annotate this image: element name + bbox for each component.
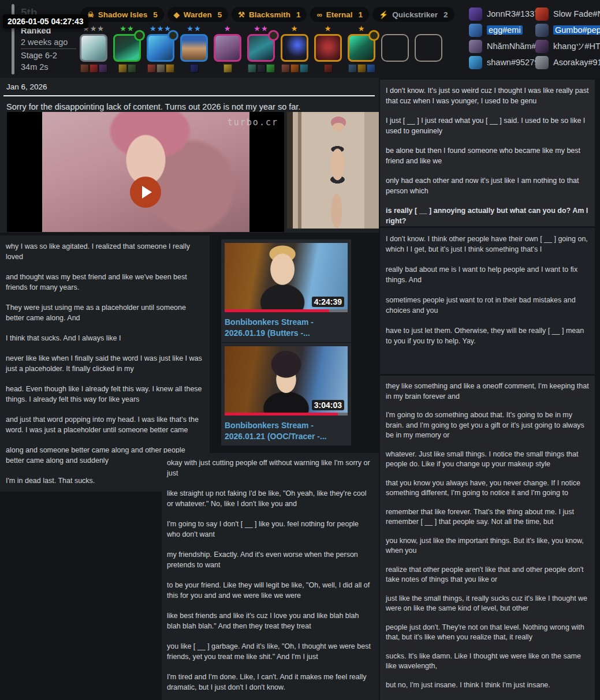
player-avatar — [535, 24, 549, 37]
video-thumbnail[interactable]: 3:04:03 — [225, 346, 348, 415]
player-row[interactable]: khangツ#HTX — [535, 40, 600, 53]
video-cards: 4:24:39 Bonbibonkers Stream - 2026.01.19… — [221, 239, 351, 446]
transcript-paragraph: They were just using me as a placeholder… — [6, 302, 205, 323]
transcript-paragraph-emphasis: is really [ __ ] annoying actually but w… — [386, 205, 589, 226]
item-icon — [266, 64, 275, 73]
trait-name: Blacksmith — [249, 10, 290, 19]
play-button[interactable] — [130, 177, 161, 208]
unit-card[interactable]: ★ — [214, 24, 241, 73]
trait-count: 5 — [153, 10, 158, 19]
unit-card[interactable]: ★ — [348, 24, 375, 73]
unit-card[interactable]: ★★ — [180, 24, 208, 73]
player-avatar — [469, 24, 482, 37]
unit-items — [180, 64, 208, 73]
unit-portrait[interactable] — [314, 34, 342, 62]
player-avatar — [535, 56, 549, 69]
transcript-paragraph: realize that other people aren't like th… — [386, 565, 589, 585]
watch-progress-bar — [225, 309, 329, 312]
item-icon — [324, 64, 333, 73]
transcript-paragraph: you know, just like the important things… — [386, 536, 589, 556]
post-date: Jan 6, 2026 — [6, 83, 47, 91]
star-rating: ★ — [214, 24, 241, 33]
transcript-paragraph: people just don't. They're not on that l… — [386, 623, 589, 643]
transcript-paragraph: have to just let them. Otherwise, they w… — [386, 325, 589, 346]
player-row[interactable]: JonnR3#1337 — [469, 8, 535, 21]
transcript-right-middle: I don't know. I think other people have … — [380, 228, 595, 374]
trait-icon: ◆ — [174, 11, 180, 18]
video-duration-badge: 3:04:03 — [312, 400, 344, 410]
trait-badge: ☠ Shadow Isles 5 — [81, 7, 164, 22]
trait-icon: ⚒ — [238, 11, 245, 18]
transcript-middle: okay with just cutting people off withou… — [162, 453, 379, 700]
match-datetime-tooltip: 2026-01-05 04:27:43 — [3, 14, 88, 28]
video-thumbnail[interactable]: 4:24:39 — [225, 243, 348, 312]
units-row: ★★★ ★★ ★★★ — [80, 24, 442, 73]
unit-card[interactable]: ★★★ — [80, 24, 107, 73]
post-photo[interactable] — [287, 112, 379, 229]
unit-items — [348, 64, 375, 73]
player-name[interactable]: Slow Fade#NA1 — [553, 9, 600, 18]
post-intro-text: Sorry for the disappointing lack of cont… — [6, 102, 300, 111]
player-avatar — [469, 8, 482, 21]
trait-badge: ⚒ Blacksmith 1 — [232, 7, 307, 22]
unit-items — [147, 64, 174, 73]
video-card[interactable]: 3:04:03 Bonbibonkers Stream - 2026.01.21… — [221, 343, 351, 446]
player-name[interactable]: Gumbo#pepr — [553, 25, 600, 35]
video-frame — [42, 112, 249, 232]
transcript-paragraph: you like [ __ ] garbage. And it's like, … — [167, 641, 374, 662]
trait-count: 2 — [444, 10, 448, 19]
headliner-badge-icon — [134, 30, 145, 41]
unit-card[interactable]: ★ — [314, 24, 342, 73]
match-history-card: 5th 2026-01-05 04:27:43 Ranked 2 weeks a… — [0, 0, 600, 78]
unit-items — [80, 64, 107, 73]
trait-name: Quickstriker — [392, 10, 438, 19]
item-icon — [248, 64, 256, 73]
player-name[interactable]: khangツ#HTX — [553, 41, 600, 52]
transcript-paragraph: be alone but then I found someone who be… — [386, 145, 589, 166]
player-row[interactable]: Gumbo#pepr — [535, 24, 600, 37]
star-rating: ★ — [281, 24, 308, 33]
player-name[interactable]: egg#emi — [487, 25, 523, 35]
trait-badge: ⚡ Quickstriker 2 — [372, 7, 454, 22]
transcript-paragraph: that you know you always have, you never… — [386, 478, 589, 499]
player-row[interactable]: shawn#95279 — [469, 56, 535, 69]
transcript-paragraph: but no, I'm just insane. I think I think… — [386, 680, 589, 691]
unit-portrait[interactable] — [281, 34, 308, 62]
unit-portrait[interactable] — [80, 34, 107, 62]
video-duration-badge: 4:24:39 — [312, 297, 344, 307]
transcript-paragraph: I'm tired and I'm done. Like, I can't. A… — [167, 672, 374, 692]
transcript-paragraph: really bad about me is I want to help pe… — [386, 264, 589, 285]
item-icon — [290, 64, 299, 73]
unit-items — [214, 64, 241, 73]
unit-card[interactable]: ★★★ — [147, 24, 174, 73]
trait-icon: ⚡ — [379, 11, 388, 18]
unit-portrait[interactable] — [214, 34, 241, 62]
video-title-link[interactable]: Bonbibonkers Stream - 2026.01.19 (Butter… — [225, 317, 348, 339]
unit-card[interactable]: ★ — [281, 24, 308, 73]
transcript-paragraph: and just that word popping into my head.… — [6, 414, 205, 435]
watch-progress-bar — [225, 413, 338, 415]
video-card[interactable]: 4:24:39 Bonbibonkers Stream - 2026.01.19… — [221, 239, 351, 342]
watch-progress-track — [225, 413, 348, 415]
video-player[interactable]: turbo.cr — [7, 112, 284, 232]
transcript-right-column: I don't know. It's just so weird cuz I t… — [380, 80, 595, 700]
player-row[interactable]: egg#emi — [469, 24, 535, 37]
unit-items — [247, 64, 275, 73]
player-name[interactable]: shawn#95279 — [487, 58, 539, 67]
transcript-paragraph: just like the small things, it really su… — [386, 594, 589, 614]
trait-icon: ☠ — [87, 11, 94, 18]
transcript-paragraph: I don't know. I think other people have … — [386, 234, 589, 254]
player-row[interactable]: NhămNhăm#o... — [469, 40, 535, 53]
player-row[interactable]: Slow Fade#NA1 — [535, 8, 600, 21]
player-avatar — [535, 8, 549, 21]
player-row[interactable]: Asorakay#9110 — [535, 56, 600, 69]
transcript-paragraph: I think that sucks. And I always like I — [6, 333, 205, 343]
transcript-paragraph: I just [ __ ] I just read what you [ __ … — [386, 115, 589, 136]
item-icon — [166, 64, 174, 73]
player-name[interactable]: JonnR3#1337 — [487, 9, 539, 18]
unit-card[interactable]: ★★ — [247, 24, 275, 73]
unit-portrait[interactable] — [180, 34, 208, 62]
unit-card[interactable]: ★★ — [113, 24, 141, 73]
video-title-link[interactable]: Bonbibonkers Stream - 2026.01.21 (OOC/Tr… — [225, 420, 348, 442]
player-name[interactable]: Asorakay#9110 — [553, 58, 600, 67]
